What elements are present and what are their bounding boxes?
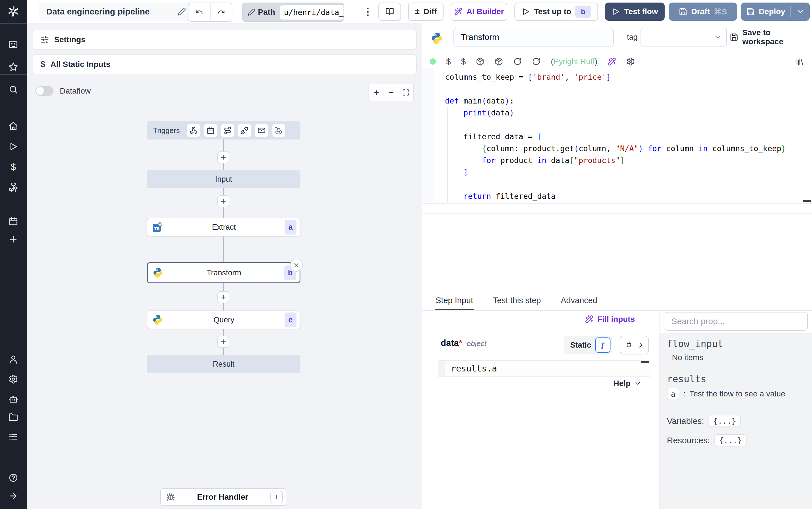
fit-view-button[interactable] <box>399 84 413 101</box>
plus-node-icon[interactable] <box>7 233 20 245</box>
path-value[interactable]: u/henri/data_ <box>280 4 344 20</box>
robot-icon[interactable] <box>7 393 20 405</box>
expression-value[interactable]: results.a <box>445 364 497 373</box>
resources-badge[interactable]: {...} <box>714 434 746 446</box>
webhook-trigger-icon[interactable] <box>187 124 200 137</box>
query-node[interactable]: Query c <box>147 310 300 329</box>
mail-trigger-icon[interactable] <box>255 124 268 137</box>
expression-mode-button[interactable]: ƒ <box>595 337 611 353</box>
ai-builder-button[interactable]: AI Builder <box>451 3 507 21</box>
app-grid-icon[interactable] <box>7 38 20 51</box>
dollar-icon[interactable]: $ <box>7 161 20 173</box>
tab-test-this-step[interactable]: Test this step <box>492 292 541 310</box>
variables-badge[interactable]: {...} <box>708 415 741 427</box>
flow-title-box[interactable]: Data engineering pipeline <box>39 3 192 21</box>
help-icon[interactable] <box>7 472 20 484</box>
plus-icon <box>220 154 227 161</box>
home-icon[interactable] <box>7 120 20 132</box>
gear-icon[interactable] <box>626 57 635 66</box>
add-error-handler-button[interactable] <box>270 491 283 503</box>
insert-step-button[interactable] <box>217 336 229 348</box>
calendar-icon[interactable] <box>7 215 20 228</box>
save-to-workspace-button[interactable]: Save to workspace <box>730 30 812 45</box>
calendar-trigger-icon[interactable] <box>204 124 217 137</box>
result-entry[interactable]: a : Test the flow to see a value <box>667 387 785 400</box>
tag-select[interactable] <box>640 28 727 46</box>
draft-button[interactable]: Draft⌘S <box>669 3 737 21</box>
zoom-in-button[interactable]: + <box>369 84 384 101</box>
play-icon[interactable] <box>7 140 20 153</box>
play-icon <box>521 7 530 16</box>
connect-input-button[interactable] <box>620 336 649 354</box>
arrow-right-icon[interactable] <box>7 490 20 502</box>
flow-settings-button[interactable]: Settings <box>33 30 417 49</box>
remove-step-button[interactable] <box>290 259 303 272</box>
undo-button[interactable] <box>188 3 211 21</box>
editor-resize-divider[interactable] <box>422 203 812 204</box>
tab-advanced[interactable]: Advanced <box>560 292 598 310</box>
fill-inputs-label: Fill inputs <box>597 315 635 324</box>
fill-inputs-button[interactable]: Fill inputs <box>585 315 635 324</box>
diff-button[interactable]: ±Diff <box>408 3 444 21</box>
python-icon <box>152 314 163 326</box>
results-section[interactable]: results <box>667 373 706 384</box>
route-trigger-icon[interactable] <box>221 124 234 137</box>
expression-editor[interactable]: results.a <box>438 360 650 377</box>
gear-icon[interactable] <box>7 373 20 385</box>
more-menu-button[interactable]: ⋮ <box>360 4 375 19</box>
help-toggle[interactable]: Help <box>613 379 641 388</box>
refresh-icon[interactable] <box>532 57 541 66</box>
all-static-inputs-button[interactable]: $ All Static Inputs <box>33 55 417 74</box>
dataflow-toggle-row: Dataflow <box>35 86 91 96</box>
deploy-button[interactable]: Deploy <box>741 3 810 21</box>
error-handler-node[interactable]: Error Handler <box>160 488 286 506</box>
flow-result-node[interactable]: Result <box>147 355 300 373</box>
insert-step-button[interactable] <box>217 291 229 303</box>
dollar-icon[interactable]: $ <box>461 57 466 66</box>
static-mode-label[interactable]: Static <box>570 341 591 350</box>
person-icon[interactable] <box>7 353 20 366</box>
package-icon[interactable] <box>494 57 503 66</box>
resources-row[interactable]: Resources: {...} <box>667 434 746 446</box>
windmill-logo-icon[interactable] <box>6 4 21 18</box>
chevron-down-icon[interactable] <box>796 7 805 16</box>
docs-button[interactable] <box>378 3 401 21</box>
search-prop-input[interactable] <box>665 312 808 331</box>
book-icon <box>385 7 394 16</box>
package-icon[interactable] <box>476 57 484 66</box>
redo-button[interactable] <box>211 3 232 21</box>
star-icon[interactable] <box>7 61 20 73</box>
editor-scrollbar[interactable] <box>803 200 811 202</box>
wand-icon[interactable] <box>607 57 616 66</box>
play-icon <box>612 7 620 16</box>
path-control[interactable]: Path u/henri/data_ <box>242 3 344 22</box>
library-button[interactable] <box>796 57 804 66</box>
list-icon[interactable] <box>7 431 20 443</box>
insert-step-button[interactable] <box>217 195 229 207</box>
variables-row[interactable]: Variables: {...} <box>667 415 741 427</box>
code-editor[interactable]: columns_to_keep = ['brand', 'price']def … <box>422 68 812 203</box>
editor-resize-divider[interactable] <box>422 213 812 213</box>
folder-icon[interactable] <box>7 411 20 423</box>
resources-label: Resources: <box>667 436 710 445</box>
test-up-to-button[interactable]: Test up tob <box>514 3 598 21</box>
edit-title-pencil-icon[interactable] <box>177 7 186 16</box>
extract-node[interactable]: TS Extract a <box>147 218 300 237</box>
test-flow-button[interactable]: Test flow <box>605 3 665 21</box>
insert-step-button[interactable] <box>217 151 229 163</box>
cubes-icon[interactable] <box>7 181 20 194</box>
poll-trigger-icon[interactable] <box>272 124 285 137</box>
search-icon[interactable] <box>7 83 20 96</box>
step-name-input[interactable] <box>453 28 614 46</box>
flow-input-section[interactable]: flow_input <box>667 338 723 349</box>
result-key-badge[interactable]: a <box>667 387 679 400</box>
zoom-out-button[interactable]: − <box>384 84 399 101</box>
plug-trigger-icon[interactable] <box>238 124 251 137</box>
flow-input-node[interactable]: Input <box>147 170 300 188</box>
dataflow-toggle[interactable] <box>35 86 53 96</box>
dollar-icon[interactable]: $ <box>446 57 451 66</box>
refresh-icon[interactable] <box>513 57 522 66</box>
tab-step-input[interactable]: Step Input <box>435 292 474 310</box>
transform-node-selected[interactable]: Transform b <box>147 262 300 283</box>
plus-icon <box>220 294 227 301</box>
